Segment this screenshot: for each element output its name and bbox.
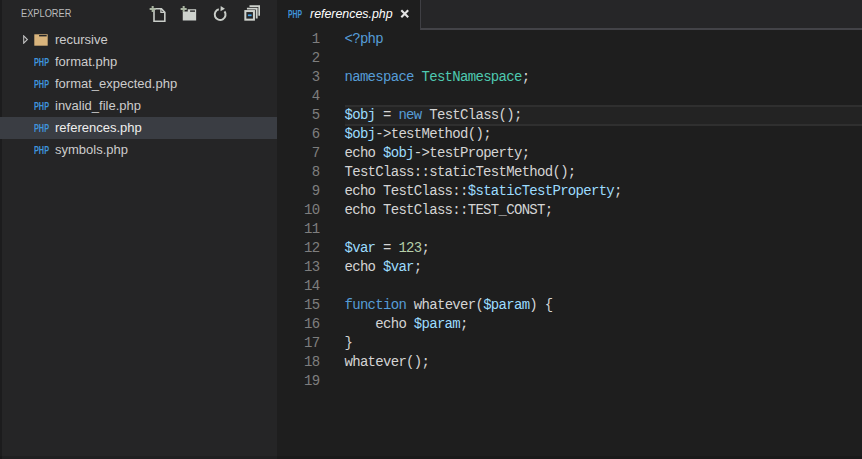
svg-text:PHP: PHP (34, 102, 49, 111)
svg-text:PHP: PHP (34, 58, 49, 67)
svg-text:PHP: PHP (288, 10, 302, 19)
svg-text:PHP: PHP (34, 80, 49, 89)
svg-text:PHP: PHP (34, 124, 49, 133)
svg-text:PHP: PHP (34, 146, 49, 155)
